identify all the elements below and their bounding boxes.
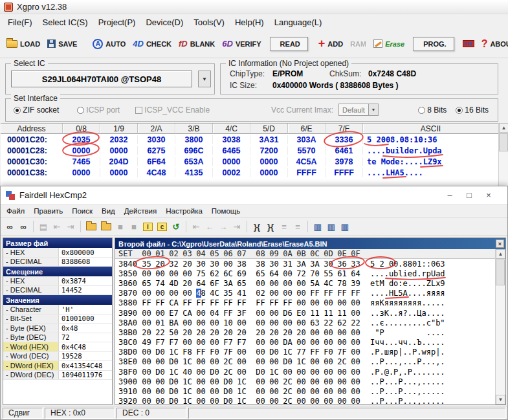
hex-byte[interactable]: 11	[308, 309, 322, 318]
view-bytes-icon[interactable]: ▥	[311, 221, 324, 233]
hex-row[interactable]: 39100000D01C0000D01C00002C0000000000..Р.…	[115, 386, 495, 396]
property-row[interactable]: - HEX0x800000	[3, 248, 112, 258]
hex-byte[interactable]: 61	[335, 269, 349, 278]
hex-byte[interactable]: 00	[194, 318, 208, 327]
hex-byte[interactable]: 64	[194, 279, 208, 288]
hex-row[interactable]: 39200000D01C0000D01C00002C0000000000..Р.…	[115, 397, 495, 404]
word-cell[interactable]: 0000	[100, 146, 138, 155]
property-row[interactable]: - DECIMAL8388608	[3, 258, 112, 267]
hex-byte[interactable]: 00	[194, 309, 208, 318]
hex-byte[interactable]: 00	[254, 318, 267, 327]
ascii-cell[interactable]: .Р.@.Р,.Р.......	[370, 368, 445, 377]
hex-byte[interactable]: 00	[335, 397, 349, 404]
property-row[interactable]: - DECIMAL14452	[3, 286, 112, 296]
view-words-icon[interactable]: ▥	[325, 221, 338, 233]
ascii-cell[interactable]: etM do:e....ZLx9	[370, 279, 445, 288]
hex-row[interactable]: 384035203220303000383830313A3A3036335 2 …	[115, 259, 495, 269]
hex-byte[interactable]: 00	[267, 279, 281, 288]
hex-byte[interactable]: 1C	[181, 387, 194, 396]
hex-byte[interactable]: 4C	[322, 279, 335, 288]
hex-byte[interactable]: D0	[254, 368, 267, 377]
hex-byte[interactable]: 2C	[221, 357, 235, 366]
hex-byte[interactable]: F7	[235, 338, 248, 347]
hex-byte[interactable]: 20	[208, 328, 221, 337]
word-cell[interactable]: 204D	[100, 157, 138, 166]
hex-byte[interactable]: FF	[308, 348, 322, 357]
hex-byte[interactable]: 00	[235, 348, 248, 357]
hex-byte[interactable]: 00	[140, 377, 153, 386]
vcc-imax-combo[interactable]: Default	[338, 104, 379, 116]
hex-byte[interactable]: FF	[235, 298, 248, 307]
hex-byte[interactable]: 35	[221, 289, 235, 298]
xgpro-scrollbar[interactable]	[498, 123, 508, 186]
hex-byte[interactable]: D0	[208, 368, 221, 377]
prog-button[interactable]: PROG.	[413, 37, 454, 51]
hex-byte[interactable]: 00	[267, 309, 281, 318]
hex-byte[interactable]: 69	[235, 269, 248, 278]
hex-byte[interactable]: 00	[281, 289, 294, 298]
hex-byte[interactable]: 00	[322, 357, 335, 366]
hex-byte[interactable]: 48	[194, 289, 208, 298]
word-cell[interactable]: 6465	[213, 146, 250, 155]
word-cell[interactable]: 2035	[63, 135, 100, 144]
hex-byte[interactable]: 00	[153, 357, 167, 366]
hex-byte[interactable]: 00	[254, 279, 267, 288]
hex-byte[interactable]: FF	[335, 289, 349, 298]
hex-byte[interactable]: 1C	[167, 368, 181, 377]
word-cell[interactable]: 4C5A	[288, 157, 326, 166]
hex-byte[interactable]: 11	[322, 309, 335, 318]
hex-byte[interactable]: 7F	[221, 348, 235, 357]
hex-byte[interactable]: 2C	[221, 368, 235, 377]
hex-byte[interactable]: 2C	[281, 397, 294, 404]
hex-byte[interactable]: FF	[140, 298, 153, 307]
hex-row[interactable]: 38D000D01CF8FFF07F0000D01C77FFF07F00.Р.ш…	[115, 348, 495, 357]
hex-byte[interactable]: 00	[335, 377, 349, 386]
hex-byte[interactable]: 20	[153, 260, 167, 269]
hex-byte[interactable]: 55	[322, 269, 335, 278]
hex-byte[interactable]: 00	[267, 357, 281, 366]
hex-byte[interactable]: 00	[322, 338, 335, 347]
hex-byte[interactable]: 1C	[235, 377, 248, 386]
hex-byte[interactable]: 00	[235, 357, 248, 366]
hex-row[interactable]: 3880FFFFCAFFFFFFFFFFFFFFFF0000000000яяКя…	[115, 298, 495, 308]
hex-byte[interactable]: 00	[349, 387, 362, 396]
hex-byte[interactable]: 00	[349, 338, 362, 347]
hex-byte[interactable]: 00	[208, 387, 221, 396]
word-cell[interactable]: 3038	[213, 135, 250, 144]
hex-byte[interactable]: FF	[281, 298, 294, 307]
hex-byte[interactable]: 20	[194, 328, 208, 337]
scrollbar-thumb[interactable]	[496, 260, 505, 285]
hex-byte[interactable]: 00	[281, 368, 294, 377]
hex-byte[interactable]: 22	[153, 328, 167, 337]
hex-byte[interactable]: D0	[221, 387, 235, 396]
hex-byte[interactable]: DA	[281, 338, 294, 347]
word-cell[interactable]: 696C	[175, 146, 213, 155]
hex-byte[interactable]: 00	[308, 387, 322, 396]
hex-byte[interactable]: 75	[194, 269, 208, 278]
hex-byte[interactable]: 00	[294, 289, 308, 298]
hex-byte[interactable]: 38	[235, 260, 248, 269]
hex-byte[interactable]: 01	[153, 318, 167, 327]
hex-byte[interactable]: 00	[254, 309, 267, 318]
hex-byte[interactable]: 00	[322, 397, 335, 404]
hex-byte[interactable]: 38	[254, 260, 267, 269]
property-row[interactable]: - HEX0x3874	[3, 276, 112, 286]
hex-byte[interactable]: 4D	[167, 279, 181, 288]
hex-byte[interactable]: 00	[349, 368, 362, 377]
save-button[interactable]: SAVE	[45, 38, 80, 49]
hex-byte[interactable]: 2C	[335, 357, 349, 366]
hex-byte[interactable]: 40	[181, 368, 194, 377]
hexcmp-menu-item[interactable]: Править	[29, 206, 67, 216]
chevron-down-icon[interactable]	[368, 104, 378, 115]
auto-button[interactable]: AAUTO	[90, 38, 128, 50]
load-button[interactable]: LOAD	[4, 39, 43, 49]
hexcmp-titlebar[interactable]: Fairdell HexCmp2 – □ ×	[1, 186, 507, 204]
hex-byte[interactable]: 00	[194, 357, 208, 366]
hex-byte[interactable]: 1C	[294, 357, 308, 366]
zif-socket-radio[interactable]	[14, 107, 21, 114]
xgpro-titlebar[interactable]: Xgpro v12.38	[0, 0, 508, 14]
hex-byte[interactable]: 1C	[267, 368, 281, 377]
hex-byte[interactable]: 00	[349, 328, 362, 337]
hex-byte[interactable]: 00	[308, 338, 322, 347]
hex-byte[interactable]: 00	[235, 368, 248, 377]
